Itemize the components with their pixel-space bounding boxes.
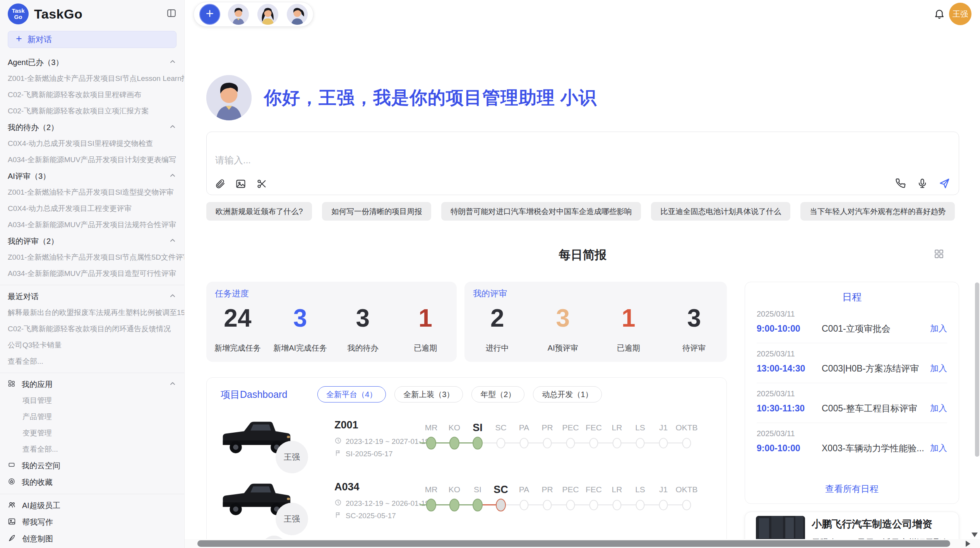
- notifications-button[interactable]: [934, 8, 945, 21]
- schedule-view-all-link[interactable]: 查看所有日程: [745, 483, 959, 495]
- milestone: OKTB: [675, 421, 698, 452]
- sidebar-item[interactable]: A034-全新新能源MUV产品开发项目法规符合性评审: [0, 217, 184, 233]
- sidebar-item[interactable]: C0X4-动力总成开发项目工程变更评审: [0, 200, 184, 217]
- schedule-event: 2025/03/1110:30-11:30C005-整车工程目标评审加入: [745, 383, 959, 417]
- milestone-node: [613, 500, 622, 510]
- sidebar-section-0[interactable]: Agent已办（3）: [0, 54, 184, 70]
- dashboard-filter-pill[interactable]: 全新平台（4）: [317, 386, 386, 402]
- suggestion-chip[interactable]: 欧洲新规最近颁布了什么?: [206, 202, 312, 221]
- event-join-link[interactable]: 加入: [930, 442, 947, 454]
- sidebar-item[interactable]: Z001-全新燃油轻卡产品开发项目SI造型提交物评审: [0, 184, 184, 200]
- vertical-scrollbar-thumb[interactable]: [975, 283, 979, 457]
- event-name: X003-车辆动力学性能验...: [822, 442, 930, 454]
- milestone: OKTB: [675, 483, 698, 514]
- milestone-node: [659, 500, 668, 510]
- event-join-link[interactable]: 加入: [930, 363, 947, 374]
- sidebar-item[interactable]: Z001-全新燃油皮卡产品开发项目SI节点Lesson Learn报告: [0, 70, 184, 87]
- milestone-track: MRKOSISCPAPRPECFECLRLSJ1OKTB: [420, 483, 698, 514]
- stat-value: 3: [661, 306, 727, 331]
- suggestion-chip[interactable]: 如何写一份清晰的项目周报: [322, 202, 431, 221]
- milestone: LR: [605, 421, 629, 452]
- paperclip-icon[interactable]: [214, 178, 225, 189]
- chat-input[interactable]: [214, 154, 667, 166]
- agent-avatar[interactable]: [287, 4, 308, 25]
- sidebar-footer-writing[interactable]: 帮我写作: [0, 514, 184, 531]
- sidebar-item[interactable]: C02-飞腾新能源轻客改款项目立项汇报方案: [0, 103, 184, 119]
- sidebar-collapse-button[interactable]: [166, 8, 176, 20]
- event-time: 10:30-11:30: [757, 403, 822, 414]
- scroll-right-arrow-icon[interactable]: [966, 541, 970, 547]
- apps-view-all-link[interactable]: 查看全部...: [0, 441, 184, 457]
- sidebar-item[interactable]: Z001-全新燃油轻卡产品开发项目SI节点属性5D文件评审: [0, 249, 184, 265]
- sidebar-section-1[interactable]: 我的待办（2）: [0, 119, 184, 135]
- sidebar-section-2[interactable]: AI评审（3）: [0, 168, 184, 184]
- dashboard-filters: 全新平台（4）全新上装（3）年型（2）动总开发（1）: [317, 386, 602, 402]
- panel-collapse-icon: [166, 8, 176, 20]
- suggestion-chip[interactable]: 当下年轻人对汽车外观有怎样的喜好趋势: [800, 202, 955, 221]
- image-icon[interactable]: [235, 178, 246, 189]
- briefing-card: 任务进度24新增完成任务3新增AI完成任务3我的待办1已逾期: [206, 282, 457, 362]
- sidebar-item-favorites[interactable]: 我的收藏: [0, 474, 184, 491]
- app-item[interactable]: 变更管理: [0, 425, 184, 441]
- milestone-node: [636, 500, 645, 510]
- phone-icon[interactable]: [895, 178, 906, 189]
- milestone-label: PR: [536, 483, 559, 497]
- add-agent-button[interactable]: [199, 4, 220, 25]
- event-main-row: 9:00-10:00C001-立项审批会加入: [757, 320, 947, 337]
- briefing-card-title: 我的评审: [473, 288, 507, 300]
- sidebar-section-apps-label: 我的应用: [8, 379, 169, 390]
- milestone-label: PEC: [559, 421, 582, 435]
- sidebar-section-apps[interactable]: 我的应用: [0, 376, 184, 392]
- recent-conversation-item[interactable]: 公司Q3轻卡销量: [0, 337, 184, 353]
- recent-conversation-item[interactable]: 解释最新出台的欧盟报废车法规再生塑料比例被调至15%...: [0, 305, 184, 321]
- milestone-label: MR: [420, 421, 443, 435]
- sidebar-section-apps-text: 我的应用: [22, 379, 53, 390]
- scissors-icon[interactable]: [256, 178, 267, 189]
- recent-conversation-item[interactable]: C02-飞腾新能源轻客改款项目的闭环通告反馈情况: [0, 321, 184, 337]
- agent-avatar[interactable]: [257, 4, 278, 25]
- agent-avatar[interactable]: [228, 4, 249, 25]
- sidebar-footer-ai-staff[interactable]: AI超级员工: [0, 497, 184, 514]
- milestone: LS: [629, 483, 652, 514]
- sidebar-item[interactable]: A034-全新新能源MUV产品开发项目计划变更表编写: [0, 152, 184, 168]
- send-icon[interactable]: [939, 178, 950, 189]
- greeting: 你好，王强，我是你的项目管理助理 小识: [206, 75, 597, 120]
- milestone-node-area: [443, 497, 466, 514]
- sidebar-section-recent[interactable]: 最近对话: [0, 288, 184, 305]
- dashboard-filter-pill[interactable]: 全新上装（3）: [394, 386, 463, 402]
- event-join-link[interactable]: 加入: [930, 323, 947, 334]
- stat-label: 新增AI完成任务: [269, 343, 332, 353]
- briefing-layout-button[interactable]: [934, 248, 944, 261]
- scroll-down-arrow-icon[interactable]: [971, 533, 978, 537]
- dashboard-filter-pill[interactable]: 年型（2）: [471, 386, 524, 402]
- sidebar-item-cloud-space[interactable]: 我的云空间: [0, 457, 184, 474]
- bell-icon: [934, 14, 945, 21]
- event-name: C005-整车工程目标评审: [822, 402, 930, 414]
- milestone-node: [566, 500, 575, 510]
- user-avatar[interactable]: 王强: [949, 3, 971, 25]
- dashboard-filter-pill[interactable]: 动总开发（1）: [533, 386, 601, 402]
- sidebar-item[interactable]: C02-飞腾新能源轻客改款项目里程碑画布: [0, 87, 184, 103]
- horizontal-scrollbar-thumb[interactable]: [197, 540, 950, 547]
- sidebar-item[interactable]: A034-全新新能源MUV产品开发项目造型可行性评审: [0, 265, 184, 282]
- microphone-icon[interactable]: [917, 178, 928, 189]
- event-join-link[interactable]: 加入: [930, 402, 947, 414]
- milestone: SI: [466, 421, 489, 452]
- sidebar-footer-drawing[interactable]: 创意制图: [0, 531, 184, 547]
- app-item[interactable]: 项目管理: [0, 392, 184, 409]
- dashboard-header: 项目Dashboard 全新平台（4）全新上装（3）年型（2）动总开发（1）: [207, 378, 726, 402]
- sidebar-item[interactable]: C0X4-动力总成开发项目SI里程碑提交物检查: [0, 135, 184, 152]
- greeting-text: 你好，王强，我是你的项目管理助理 小识: [264, 86, 597, 110]
- app-item[interactable]: 产品管理: [0, 409, 184, 425]
- app-name: TaskGo: [34, 7, 82, 22]
- suggestion-chip[interactable]: 特朗普可能对进口汽车增税会对中国车企造成哪些影响: [441, 202, 641, 221]
- sidebar-section-3[interactable]: 我的评审（2）: [0, 233, 184, 249]
- sidebar-section-0-label: Agent已办（3）: [8, 57, 169, 68]
- sidebar-section-2-text: AI评审（3）: [8, 171, 50, 182]
- news-title: 小鹏飞行汽车制造公司增资: [812, 517, 932, 531]
- milestone-label: J1: [652, 421, 675, 435]
- recent-view-all-link[interactable]: 查看全部...: [0, 353, 184, 370]
- project-row: 王强Z0012023-12-19 ~ 2027-01-19SI-2025-05-…: [207, 414, 726, 480]
- suggestion-chip[interactable]: 比亚迪全固态电池计划具体说了什么: [651, 202, 790, 221]
- new-chat-button[interactable]: 新对话: [8, 31, 176, 48]
